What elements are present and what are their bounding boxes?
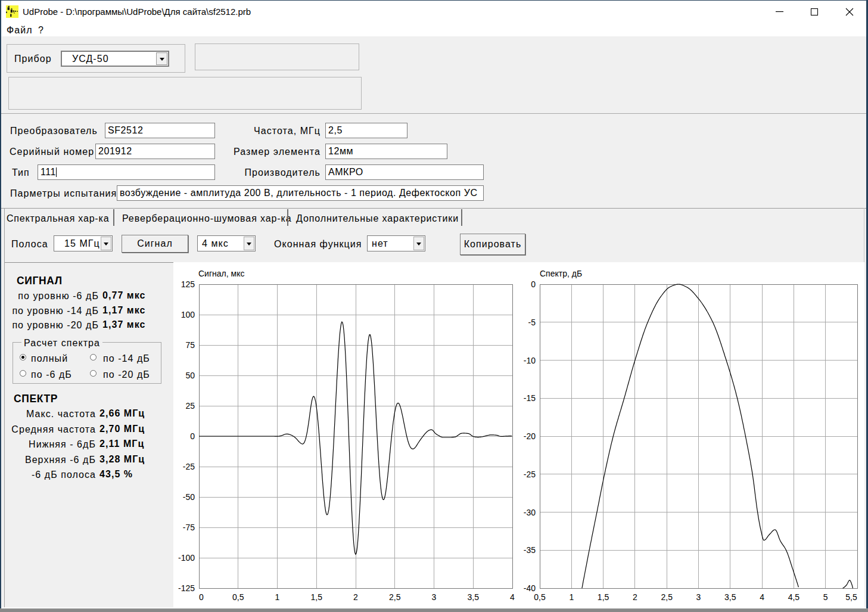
svg-text:Сигнал, мкс: Сигнал, мкс	[198, 269, 244, 278]
svg-text:4: 4	[760, 592, 764, 602]
svg-text:0,5: 0,5	[232, 592, 244, 602]
svg-text:Спектр, дБ: Спектр, дБ	[540, 269, 582, 278]
svg-text:50: 50	[185, 371, 195, 380]
svg-text:5,5: 5,5	[845, 592, 857, 602]
svg-text:-10: -10	[524, 356, 536, 365]
svg-text:75: 75	[185, 340, 195, 350]
svg-text:-100: -100	[178, 553, 195, 563]
svg-text:-35: -35	[524, 545, 536, 555]
svg-text:0,5: 0,5	[534, 592, 546, 602]
svg-text:100: 100	[181, 310, 195, 319]
svg-text:3: 3	[432, 592, 437, 602]
svg-text:125: 125	[181, 279, 195, 289]
svg-text:0: 0	[199, 592, 204, 602]
svg-text:2: 2	[353, 592, 358, 602]
svg-text:3,5: 3,5	[724, 592, 736, 602]
svg-text:0: 0	[531, 279, 536, 289]
svg-text:3,5: 3,5	[467, 592, 479, 602]
svg-text:1,5: 1,5	[598, 592, 609, 602]
svg-text:2: 2	[633, 592, 637, 602]
svg-text:-20: -20	[524, 431, 536, 441]
svg-text:-40: -40	[524, 583, 536, 593]
svg-text:2,5: 2,5	[661, 592, 673, 602]
svg-text:3: 3	[696, 592, 701, 602]
svg-text:-125: -125	[178, 583, 195, 593]
svg-text:0: 0	[190, 431, 195, 441]
svg-text:-50: -50	[183, 492, 195, 502]
svg-text:1: 1	[569, 592, 574, 602]
svg-text:-25: -25	[183, 462, 195, 471]
svg-text:4,5: 4,5	[788, 592, 800, 602]
svg-text:4: 4	[510, 592, 515, 602]
svg-text:25: 25	[185, 401, 195, 411]
svg-text:5: 5	[823, 592, 828, 602]
svg-text:-25: -25	[524, 470, 536, 479]
svg-text:2,5: 2,5	[389, 592, 401, 602]
svg-text:-30: -30	[524, 508, 536, 517]
svg-text:1: 1	[275, 592, 280, 602]
svg-text:-15: -15	[524, 393, 536, 403]
svg-text:-5: -5	[528, 318, 536, 327]
svg-text:-75: -75	[183, 523, 195, 532]
svg-text:1,5: 1,5	[310, 592, 322, 602]
